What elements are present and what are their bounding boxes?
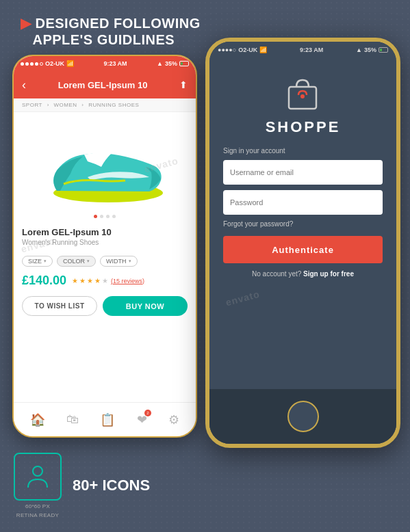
share-button[interactable]: ⬆: [179, 79, 188, 90]
product-options: SIZE ▾ COLOR ▾ WIDTH ▾: [14, 252, 196, 271]
header-text: ▶DESIGNED FOLLOWING APPLE'S GUIDLINES: [21, 15, 201, 48]
form-label: Sign in your account: [223, 147, 383, 155]
breadcrumb-running[interactable]: RUNNING SHOES: [88, 102, 139, 108]
product-image-area: [14, 112, 196, 222]
phone-right: ●●●●○ O2-UK 📶 9:23 AM ▲ 35% SHOPPE: [205, 38, 400, 448]
phone-right-bottom: [209, 389, 396, 444]
back-button[interactable]: ‹: [22, 78, 26, 92]
battery-icon-left: [179, 61, 189, 66]
wishlist-button[interactable]: TO WISH LIST: [22, 296, 97, 316]
tab-wishlist[interactable]: ❤2: [137, 412, 147, 427]
tab-home[interactable]: 🏠: [30, 412, 45, 427]
svg-point-3: [33, 466, 42, 476]
shopping-bag-icon: [282, 72, 323, 113]
color-option[interactable]: COLOR ▾: [57, 256, 96, 267]
reviews-link[interactable]: (15 reviews): [111, 278, 144, 284]
nav-bar-left: ‹ Lorem GEL-Ipsum 10 ⬆: [14, 71, 196, 98]
shoe-image: [36, 122, 173, 211]
authenticate-button[interactable]: Authenticate: [223, 236, 383, 263]
wifi-icon-left: 📶: [66, 60, 74, 67]
nav-title: Lorem GEL-Ipsum 10: [58, 80, 148, 90]
person-icon: [24, 463, 51, 490]
price-area: £140.00 ★ ★ ★ ★ ★ (15 reviews): [14, 271, 196, 291]
breadcrumb-women[interactable]: WOMEN: [54, 102, 77, 108]
signal-icon-left: ▲: [157, 60, 163, 67]
password-input[interactable]: [223, 190, 383, 215]
icon-preview-box: [14, 453, 62, 501]
login-form: Sign in your account Forgot your passwor…: [209, 147, 396, 278]
app-logo-area: SHOPPE: [266, 58, 341, 147]
icon-size-label: 60*60 PX: [14, 503, 62, 509]
time-right: 9:23 AM: [300, 46, 323, 53]
svg-point-2: [300, 94, 305, 98]
time-left: 9:23 AM: [103, 60, 127, 67]
carrier-left: O2-UK: [45, 60, 64, 67]
size-option[interactable]: SIZE ▾: [22, 256, 53, 267]
app-name: SHOPPE: [266, 118, 341, 136]
tab-bar: 🏠 🛍 📋 ❤2 ⚙: [14, 402, 196, 436]
carrier-right: O2-UK: [238, 46, 257, 53]
username-input[interactable]: [223, 160, 383, 185]
phone-left: O2-UK 📶 9:23 AM ▲ 35% ‹ Lorem GEL-Ipsum …: [12, 55, 197, 438]
tab-settings[interactable]: ⚙: [168, 412, 179, 427]
breadcrumb: SPORT › WOMEN › RUNNING SHOES: [14, 98, 196, 112]
arrow-icon: ▶: [21, 16, 31, 31]
product-info: Lorem GEL-Ipsum 10 Women's Running Shoes: [14, 222, 196, 252]
tab-shop[interactable]: 🛍: [66, 412, 79, 427]
star-rating: ★ ★ ★ ★ ★ (15 reviews): [72, 277, 144, 284]
width-option[interactable]: WIDTH ▾: [100, 256, 138, 267]
signup-text: No account yet? Sign up for free: [223, 270, 383, 278]
action-buttons: TO WISH LIST BUY NOW: [14, 291, 196, 321]
signup-link[interactable]: Sign up for free: [303, 270, 354, 278]
status-bar-left: O2-UK 📶 9:23 AM ▲ 35%: [14, 56, 196, 71]
bottom-section: 60*60 PX RETINA READY 80+ ICONS: [14, 453, 150, 518]
retina-label: RETINA READY: [14, 512, 62, 518]
battery-left: 35%: [165, 60, 177, 67]
forgot-password[interactable]: Forgot your password?: [223, 220, 383, 228]
home-button[interactable]: [287, 401, 319, 432]
status-bar-right: ●●●●○ O2-UK 📶 9:23 AM ▲ 35%: [209, 42, 396, 58]
tab-list[interactable]: 📋: [100, 412, 115, 427]
product-subtitle: Women's Running Shoes: [22, 239, 188, 246]
breadcrumb-sport[interactable]: SPORT: [22, 102, 42, 108]
product-name: Lorem GEL-Ipsum 10: [22, 227, 188, 237]
product-price: £140.00: [22, 274, 66, 288]
buy-button[interactable]: BUY NOW: [103, 296, 188, 316]
battery-right: 35%: [364, 46, 376, 53]
icons-count-text: 80+ ICONS: [73, 477, 150, 494]
